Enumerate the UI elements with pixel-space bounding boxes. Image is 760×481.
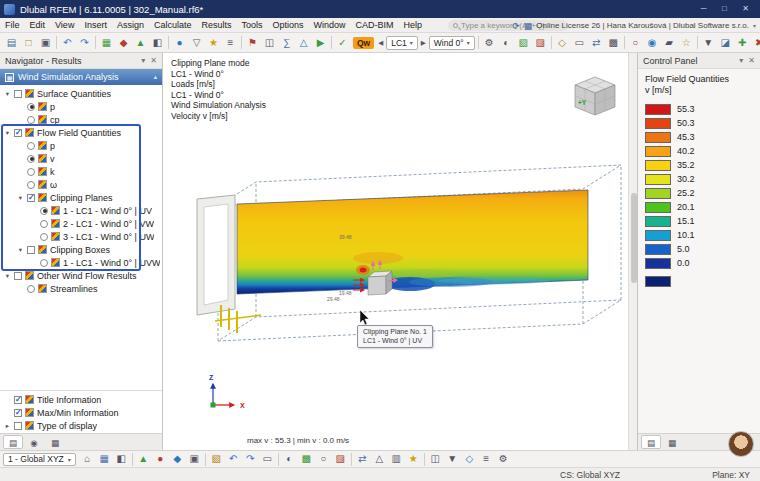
swap-icon[interactable]: ⇄ xyxy=(588,35,605,51)
menu-item-file[interactable]: File xyxy=(0,18,25,33)
tree-item[interactable]: ▾Other Wind Flow Results xyxy=(0,269,162,282)
network-icon[interactable]: ▦ xyxy=(524,21,533,31)
expander-icon[interactable]: ▾ xyxy=(4,90,11,98)
table-icon[interactable]: ◫ xyxy=(261,35,278,51)
gem-icon[interactable]: ◇ xyxy=(461,451,478,467)
home-icon[interactable]: ⌂ xyxy=(79,451,96,467)
close-icon[interactable]: ✕ xyxy=(150,56,157,65)
hatch-icon[interactable]: ▧ xyxy=(208,451,225,467)
dense-icon[interactable]: ▩ xyxy=(605,35,622,51)
radio-button[interactable] xyxy=(40,259,48,267)
tree-item[interactable]: p xyxy=(0,100,162,113)
radio-button[interactable] xyxy=(27,142,35,150)
undo-view-icon[interactable]: ↶ xyxy=(225,451,242,467)
menu-item-cad-bim[interactable]: CAD-BIM xyxy=(351,18,399,33)
dense-icon[interactable]: ▩ xyxy=(298,451,315,467)
navigator-tab-views[interactable]: ▦ xyxy=(45,435,65,449)
open-icon[interactable]: □ xyxy=(20,35,37,51)
box-icon[interactable]: ▣ xyxy=(186,451,203,467)
bar-icon[interactable]: ▰ xyxy=(661,35,678,51)
chevron-down-icon[interactable]: ▾ xyxy=(753,22,756,29)
navigator-footer-item[interactable]: Title Information xyxy=(0,393,162,406)
radio-button[interactable] xyxy=(40,233,48,241)
minimize-button[interactable]: ─ xyxy=(693,0,714,18)
settings-icon[interactable]: ⚙ xyxy=(481,35,498,51)
next-load-case-button[interactable]: ▶ xyxy=(419,39,428,47)
diamond-icon[interactable]: ◆ xyxy=(169,451,186,467)
show-results-check-icon[interactable]: ✓ xyxy=(334,35,351,51)
checkbox[interactable] xyxy=(14,422,22,430)
checkbox[interactable] xyxy=(14,396,22,404)
navigation-cube[interactable]: +Y xyxy=(575,77,615,115)
window-icon[interactable]: ◫ xyxy=(427,451,444,467)
contrast-icon[interactable]: ◐ xyxy=(498,35,515,51)
model-viewport[interactable]: 39.48 19.48 29.48 xyxy=(163,53,628,450)
radio-button[interactable] xyxy=(27,168,35,176)
new-icon[interactable]: ▤ xyxy=(3,35,20,51)
panel-tab-color-scale[interactable]: ▦ xyxy=(662,435,682,449)
tree-item[interactable]: ▾Clipping Boxes xyxy=(0,243,162,256)
navigator-footer-item[interactable]: Max/Min Information xyxy=(0,406,162,419)
coordinate-system-selector[interactable]: 1 - Global XYZ ▾ xyxy=(3,453,76,466)
navigator-tab-display[interactable]: ◉ xyxy=(24,435,44,449)
tree-item[interactable]: v xyxy=(0,152,162,165)
node-icon[interactable]: ◆ xyxy=(115,35,132,51)
circle-icon[interactable]: ○ xyxy=(315,451,332,467)
menu-item-view[interactable]: View xyxy=(50,18,79,33)
shade-icon[interactable]: ◐ xyxy=(281,451,298,467)
tree-item[interactable]: 2 - LC1 - Wind 0° | VW xyxy=(0,217,162,230)
mesh-icon[interactable]: △ xyxy=(295,35,312,51)
results-display-button[interactable]: Qw xyxy=(353,37,374,49)
run-icon[interactable]: ▶ xyxy=(312,35,329,51)
menu-item-tools[interactable]: Tools xyxy=(236,18,267,33)
expander-icon[interactable]: ▾ xyxy=(4,129,11,137)
undo-icon[interactable]: ↶ xyxy=(59,35,76,51)
tree-item[interactable]: ω xyxy=(0,178,162,191)
panel-tab-display[interactable]: ▤ xyxy=(641,435,661,449)
radio-button[interactable] xyxy=(40,220,48,228)
scrollbar-thumb[interactable] xyxy=(631,193,637,283)
radio-button[interactable] xyxy=(27,155,35,163)
close-button[interactable]: ✕ xyxy=(735,0,756,18)
point-icon[interactable]: ● xyxy=(152,451,169,467)
list-icon[interactable]: ≡ xyxy=(478,451,495,467)
pin-icon[interactable]: ▾ xyxy=(739,56,743,65)
redo-icon[interactable]: ↷ xyxy=(76,35,93,51)
tree-item[interactable]: ▾Flow Field Quantities xyxy=(0,126,162,139)
tree-item[interactable]: ▾Surface Quantities xyxy=(0,87,162,100)
member-icon[interactable]: ▲ xyxy=(132,35,149,51)
circle-icon[interactable]: ○ xyxy=(627,35,644,51)
expander-icon[interactable]: ▾ xyxy=(4,272,11,280)
checkbox[interactable] xyxy=(14,90,22,98)
rows-icon[interactable]: ▥ xyxy=(388,451,405,467)
menu-item-insert[interactable]: Insert xyxy=(79,18,112,33)
tree-item[interactable]: cp xyxy=(0,113,162,126)
star-icon[interactable]: ★ xyxy=(405,451,422,467)
snap-icon[interactable]: ▲ xyxy=(135,451,152,467)
tree-item[interactable]: k xyxy=(0,165,162,178)
checkbox[interactable] xyxy=(27,246,35,254)
maximize-button[interactable]: □ xyxy=(714,0,735,18)
radio-button[interactable] xyxy=(27,181,35,189)
hatch2-icon[interactable]: ▨ xyxy=(332,451,349,467)
star-icon[interactable]: ☆ xyxy=(678,35,695,51)
wind-simulation-analysis-header[interactable]: ▦ Wind Simulation Analysis ▴ xyxy=(0,69,162,85)
menu-item-results[interactable]: Results xyxy=(196,18,236,33)
checkbox[interactable] xyxy=(14,129,22,137)
menu-item-edit[interactable]: Edit xyxy=(25,18,51,33)
menu-item-calculate[interactable]: Calculate xyxy=(149,18,197,33)
tree-item[interactable]: p xyxy=(0,139,162,152)
half-icon[interactable]: ◧ xyxy=(113,451,130,467)
tree-item[interactable]: 1 - LC1 - Wind 0° | UV xyxy=(0,204,162,217)
settings-icon[interactable]: ⚙ xyxy=(495,451,512,467)
radio-button[interactable] xyxy=(27,285,35,293)
hatch-icon[interactable]: ▧ xyxy=(515,35,532,51)
menu-item-assign[interactable]: Assign xyxy=(112,18,149,33)
diamond-icon[interactable]: ◇ xyxy=(554,35,571,51)
favorite-icon[interactable]: ★ xyxy=(205,35,222,51)
navigator-footer-item[interactable]: ▸Type of display xyxy=(0,419,162,432)
tree-item[interactable]: 3 - LC1 - Wind 0° | UW xyxy=(0,230,162,243)
prev-load-case-button[interactable]: ◀ xyxy=(376,39,385,47)
expander-icon[interactable]: ▸ xyxy=(4,422,11,430)
redo-view-icon[interactable]: ↷ xyxy=(242,451,259,467)
